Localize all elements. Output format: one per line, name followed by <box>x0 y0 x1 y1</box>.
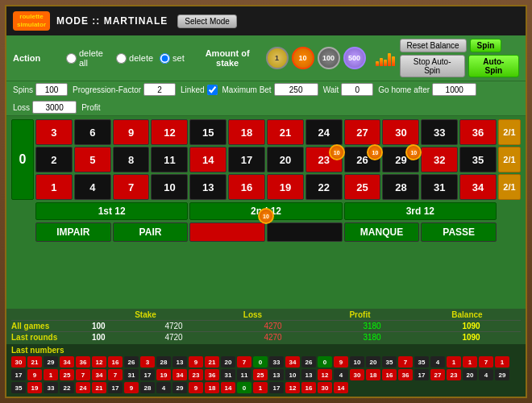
last-num-7[interactable]: 7 <box>108 369 123 380</box>
last-num-36[interactable]: 36 <box>76 356 90 368</box>
num-cell-10[interactable]: 10 <box>151 174 188 200</box>
black-cell[interactable] <box>267 222 343 242</box>
num-cell-2[interactable]: 2 <box>35 147 73 172</box>
last-num-1[interactable]: 1 <box>463 356 477 368</box>
last-num-10[interactable]: 10 <box>285 369 300 380</box>
last-num-1[interactable]: 1 <box>253 382 268 393</box>
last-num-13[interactable]: 13 <box>172 356 187 368</box>
last-num-23[interactable]: 23 <box>189 369 203 380</box>
last-num-36[interactable]: 36 <box>205 369 219 380</box>
num-cell-24[interactable]: 24 <box>305 119 343 145</box>
last-num-35[interactable]: 35 <box>382 356 397 368</box>
last-num-10[interactable]: 10 <box>350 356 364 368</box>
last-num-12[interactable]: 12 <box>92 356 106 368</box>
last-num-0[interactable]: 0 <box>237 382 251 393</box>
last-num-4[interactable]: 4 <box>479 369 493 380</box>
auto-spin-button[interactable]: Auto-Spin <box>468 55 519 77</box>
last-num-31[interactable]: 31 <box>221 369 235 380</box>
num-cell-11[interactable]: 11 <box>151 147 188 172</box>
coin-500[interactable]: 500 <box>343 47 366 69</box>
last-num-14[interactable]: 14 <box>221 382 235 393</box>
last-num-28[interactable]: 28 <box>140 382 155 393</box>
num-cell-3[interactable]: 3 <box>35 119 73 145</box>
set-radio[interactable]: set <box>160 53 185 64</box>
impair-cell[interactable]: IMPAIR <box>35 222 111 242</box>
last-num-30[interactable]: 30 <box>350 369 364 380</box>
num-cell-29[interactable]: 2910 <box>382 147 419 172</box>
last-num-24[interactable]: 24 <box>76 382 90 393</box>
last-num-23[interactable]: 23 <box>447 369 461 380</box>
last-num-30[interactable]: 30 <box>11 356 26 368</box>
last-num-28[interactable]: 28 <box>156 356 171 368</box>
last-num-26[interactable]: 26 <box>124 356 139 368</box>
num-cell-30[interactable]: 30 <box>382 119 419 145</box>
num-cell-9[interactable]: 9 <box>113 119 150 145</box>
num-cell-22[interactable]: 22 <box>305 174 343 200</box>
dozen-2[interactable]: 2nd 12 10 <box>189 202 342 220</box>
go-home-input[interactable] <box>432 83 476 96</box>
last-num-33[interactable]: 33 <box>44 382 58 393</box>
last-num-36[interactable]: 36 <box>398 369 413 380</box>
last-num-17[interactable]: 17 <box>140 369 155 380</box>
num-cell-18[interactable]: 18 <box>228 119 265 145</box>
num-cell-21[interactable]: 21 <box>267 119 304 145</box>
col-2-1-bot[interactable]: 2/1 <box>498 174 521 200</box>
delete-all-radio[interactable]: delete all <box>66 48 110 68</box>
last-num-7[interactable]: 7 <box>398 356 413 368</box>
last-num-4[interactable]: 4 <box>430 356 445 368</box>
num-cell-13[interactable]: 13 <box>189 174 227 200</box>
reset-balance-button[interactable]: Reset Balance <box>400 39 467 52</box>
dozen-1[interactable]: 1st 12 <box>35 202 188 220</box>
last-num-35[interactable]: 35 <box>11 382 26 393</box>
num-cell-17[interactable]: 17 <box>228 147 265 172</box>
last-num-7[interactable]: 7 <box>237 356 251 368</box>
last-num-4[interactable]: 4 <box>334 369 348 380</box>
last-num-3[interactable]: 3 <box>140 356 155 368</box>
last-num-29[interactable]: 29 <box>495 369 509 380</box>
spins-input[interactable] <box>35 83 68 96</box>
delete-input[interactable] <box>116 53 127 64</box>
loss-input[interactable] <box>32 101 77 114</box>
last-num-29[interactable]: 29 <box>44 356 58 368</box>
last-num-21[interactable]: 21 <box>205 356 219 368</box>
red-cell[interactable] <box>189 222 265 242</box>
last-num-34[interactable]: 34 <box>285 356 300 368</box>
last-num-9[interactable]: 9 <box>189 356 203 368</box>
num-cell-8[interactable]: 8 <box>113 147 150 172</box>
num-cell-14[interactable]: 14 <box>189 147 227 172</box>
num-cell-15[interactable]: 15 <box>189 119 227 145</box>
last-num-17[interactable]: 17 <box>414 369 429 380</box>
last-num-11[interactable]: 11 <box>237 369 251 380</box>
last-num-13[interactable]: 13 <box>269 369 284 380</box>
last-num-34[interactable]: 34 <box>172 369 187 380</box>
last-num-16[interactable]: 16 <box>108 356 123 368</box>
last-num-20[interactable]: 20 <box>221 356 235 368</box>
last-num-22[interactable]: 22 <box>60 382 74 393</box>
dozen-3[interactable]: 3rd 12 <box>344 202 497 220</box>
num-cell-34[interactable]: 34 <box>459 174 497 200</box>
spin-button[interactable]: Spin <box>470 39 502 52</box>
last-num-9[interactable]: 9 <box>124 382 139 393</box>
last-num-14[interactable]: 14 <box>334 382 348 393</box>
num-cell-23[interactable]: 2310 <box>305 147 343 172</box>
coin-1[interactable]: 1 <box>266 47 289 69</box>
last-num-16[interactable]: 16 <box>382 369 397 380</box>
last-num-1[interactable]: 1 <box>495 356 509 368</box>
last-num-29[interactable]: 29 <box>172 382 187 393</box>
last-num-30[interactable]: 30 <box>318 382 332 393</box>
col-2-1-top[interactable]: 2/1 <box>498 119 521 145</box>
last-num-17[interactable]: 17 <box>269 382 284 393</box>
num-cell-7[interactable]: 7 <box>113 174 150 200</box>
coin-10[interactable]: 10 <box>292 47 314 69</box>
last-num-34[interactable]: 34 <box>60 356 74 368</box>
delete-all-input[interactable] <box>66 53 77 64</box>
last-num-33[interactable]: 33 <box>269 356 284 368</box>
last-num-25[interactable]: 25 <box>253 369 268 380</box>
zero-cell[interactable]: 0 <box>11 119 34 200</box>
last-num-9[interactable]: 9 <box>27 369 42 380</box>
last-num-31[interactable]: 31 <box>124 369 139 380</box>
num-cell-27[interactable]: 27 <box>344 119 381 145</box>
num-cell-32[interactable]: 32 <box>421 147 458 172</box>
num-cell-20[interactable]: 20 <box>267 147 304 172</box>
max-bet-input[interactable] <box>274 83 318 96</box>
